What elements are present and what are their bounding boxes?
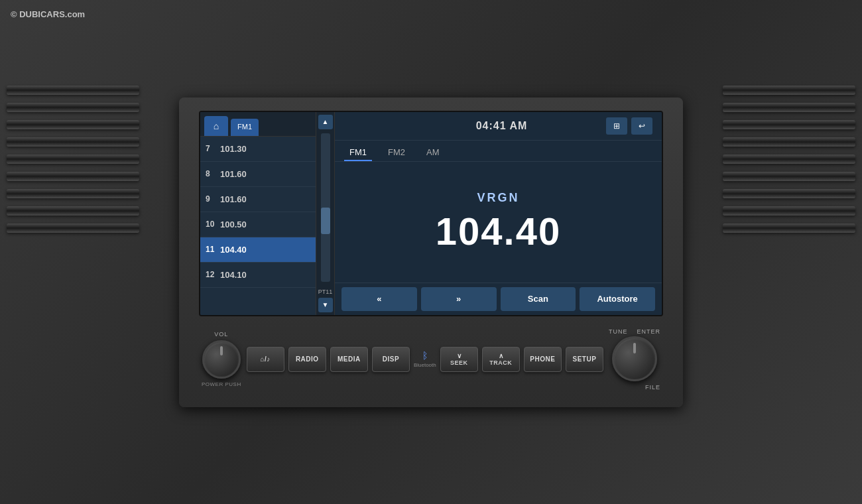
tab-bar: ⌂ FM1 bbox=[200, 112, 316, 137]
station-row-8[interactable]: 8 101.60 bbox=[200, 162, 316, 187]
station-num: 7 bbox=[206, 144, 220, 153]
scroll-down-button[interactable]: ▼ bbox=[318, 298, 333, 312]
radio-tab-bar: FM1 FM2 AM bbox=[335, 141, 662, 162]
station-freq: 101.60 bbox=[220, 194, 247, 204]
vent-slat bbox=[7, 137, 139, 147]
vent-slat bbox=[723, 155, 855, 164]
station-row-11[interactable]: 11 104.40 bbox=[200, 237, 316, 263]
screen: ⌂ FM1 7 101.30 8 101.60 9 101.60 bbox=[199, 111, 663, 316]
station-name-display: VRGN bbox=[477, 191, 519, 205]
vent-slat bbox=[7, 103, 139, 112]
clock-display: 04:41 AM bbox=[476, 120, 528, 132]
button-label: ∨ bbox=[457, 352, 462, 359]
scrollbar: ▲ PT11 ▼ bbox=[316, 112, 335, 315]
setup-button[interactable]: SETUP bbox=[566, 347, 603, 372]
function-buttons: ⌂/♪ RADIO MEDIA DISP ᛒ Bluetooth ∨ SEEK … bbox=[247, 347, 603, 372]
playback-controls: « » Scan Autostore bbox=[335, 283, 662, 315]
vol-knob-section: VOL POWER PUSH bbox=[202, 331, 241, 387]
tab-fm1[interactable]: FM1 bbox=[231, 119, 259, 136]
vent-slat bbox=[723, 206, 855, 216]
track-button[interactable]: ∧ TRACK bbox=[482, 347, 520, 372]
station-freq: 104.40 bbox=[220, 245, 247, 255]
vent-right bbox=[716, 20, 862, 298]
tab-fm1-main[interactable]: FM1 bbox=[344, 145, 372, 161]
phone-button[interactable]: PHONE bbox=[524, 347, 562, 372]
tune-enter-labels: TUNE ENTER bbox=[609, 328, 660, 335]
tab-am-main[interactable]: AM bbox=[421, 145, 445, 161]
station-num: 8 bbox=[206, 169, 220, 178]
button-label: ⌂/♪ bbox=[261, 355, 271, 363]
vent-slat bbox=[7, 120, 139, 129]
disp-button[interactable]: DISP bbox=[372, 347, 410, 372]
vent-left bbox=[0, 20, 146, 298]
scan-button[interactable]: Scan bbox=[501, 287, 576, 311]
button-label: PHONE bbox=[530, 355, 555, 363]
station-num: 12 bbox=[206, 270, 220, 279]
bluetooth-label: Bluetooth bbox=[414, 362, 436, 368]
vent-slat bbox=[7, 172, 139, 181]
button-label: RADIO bbox=[296, 355, 319, 363]
vent-slat bbox=[7, 189, 139, 198]
home-button[interactable]: ⌂ bbox=[204, 116, 228, 136]
power-push-label: POWER PUSH bbox=[202, 381, 241, 387]
station-rows: 7 101.30 8 101.60 9 101.60 10 100.50 bbox=[200, 137, 316, 315]
station-row-10[interactable]: 10 100.50 bbox=[200, 212, 316, 237]
tune-enter-knob[interactable] bbox=[612, 336, 657, 381]
button-label: SETUP bbox=[573, 355, 597, 363]
station-row-7[interactable]: 7 101.30 bbox=[200, 137, 316, 162]
tune-label: TUNE bbox=[609, 328, 628, 335]
prev-station-button[interactable]: « bbox=[341, 287, 417, 311]
main-display: 04:41 AM ⊞ ↩ FM1 FM2 AM VRGN 104.40 « bbox=[335, 112, 662, 315]
next-station-button[interactable]: » bbox=[421, 287, 497, 311]
scroll-up-button[interactable]: ▲ bbox=[318, 115, 333, 129]
tune-knob-indicator bbox=[633, 343, 636, 353]
header-controls: ⊞ ↩ bbox=[606, 117, 652, 135]
station-row-9[interactable]: 9 101.60 bbox=[200, 187, 316, 212]
station-freq: 100.50 bbox=[220, 220, 247, 229]
vent-slat bbox=[723, 172, 855, 181]
station-freq: 101.30 bbox=[220, 144, 247, 154]
center-unit: ⌂ FM1 7 101.30 8 101.60 9 101.60 bbox=[179, 97, 683, 407]
radio-button[interactable]: RADIO bbox=[288, 347, 326, 372]
grid-view-button[interactable]: ⊞ bbox=[606, 117, 627, 135]
autostore-button[interactable]: Autostore bbox=[580, 287, 655, 311]
vent-slat bbox=[723, 137, 855, 147]
button-label: MEDIA bbox=[338, 355, 361, 363]
bottom-controls: VOL POWER PUSH ⌂/♪ RADIO MEDIA DISP ᛒ Bl… bbox=[199, 328, 663, 391]
bluetooth-icon: ᛒ bbox=[422, 350, 428, 361]
knob-indicator bbox=[220, 346, 223, 355]
vol-label: VOL bbox=[214, 331, 228, 338]
car-panel: © DUBICARS.com bbox=[0, 0, 862, 504]
now-playing: VRGN 104.40 bbox=[335, 162, 662, 283]
vent-slat bbox=[7, 155, 139, 164]
vent-slat bbox=[7, 206, 139, 216]
station-list-panel: ⌂ FM1 7 101.30 8 101.60 9 101.60 bbox=[200, 112, 316, 315]
station-row-12[interactable]: 12 104.10 bbox=[200, 263, 316, 288]
vent-slat bbox=[723, 189, 855, 198]
tab-fm2-main[interactable]: FM2 bbox=[383, 145, 410, 161]
back-button[interactable]: ↩ bbox=[631, 117, 652, 135]
button-sub: SEEK bbox=[450, 359, 468, 366]
scroll-thumb bbox=[321, 208, 330, 234]
vol-knob[interactable] bbox=[202, 340, 241, 379]
display-header: 04:41 AM ⊞ ↩ bbox=[335, 112, 662, 141]
seek-button[interactable]: ∨ SEEK bbox=[440, 347, 478, 372]
vent-slat bbox=[723, 86, 855, 95]
frequency-display: 104.40 bbox=[436, 209, 561, 253]
station-num: 9 bbox=[206, 194, 220, 204]
scroll-track bbox=[321, 133, 330, 282]
vent-slat bbox=[723, 223, 855, 233]
station-freq: 101.60 bbox=[220, 169, 247, 179]
vent-slat bbox=[723, 120, 855, 129]
button-label: DISP bbox=[383, 355, 399, 363]
button-label: ∧ bbox=[499, 352, 504, 359]
media-button[interactable]: MEDIA bbox=[330, 347, 368, 372]
pt11-label: PT11 bbox=[318, 288, 333, 295]
home-music-button[interactable]: ⌂/♪ bbox=[247, 347, 284, 372]
vent-slat bbox=[7, 223, 139, 233]
tune-enter-knob-section: TUNE ENTER FILE bbox=[609, 328, 660, 391]
vent-slat bbox=[7, 86, 139, 95]
watermark: © DUBICARS.com bbox=[11, 9, 85, 19]
vent-slat bbox=[723, 103, 855, 112]
file-label: FILE bbox=[645, 384, 660, 391]
